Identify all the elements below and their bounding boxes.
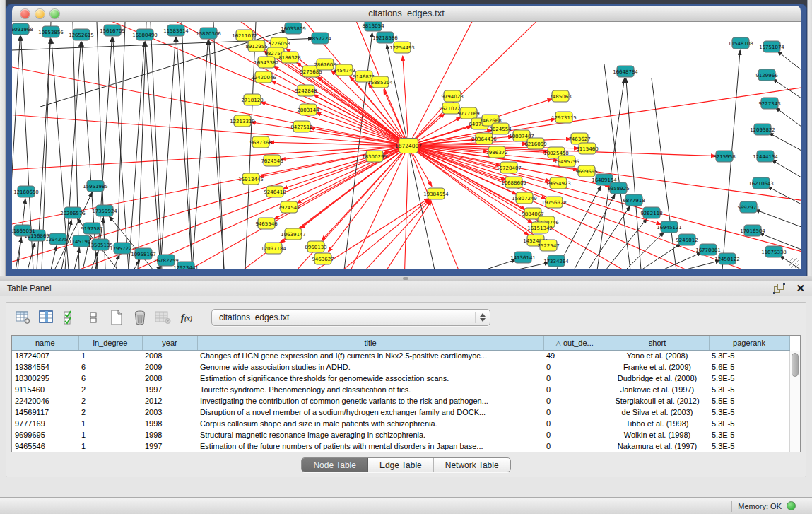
graph-node[interactable]: 7924541 xyxy=(278,201,300,213)
graph-node[interactable]: 8960133 xyxy=(305,241,326,252)
table-row[interactable]: 1938455462009Genome-wide association stu… xyxy=(12,361,789,373)
graph-node[interactable]: 11675338 xyxy=(761,246,787,257)
graph-node[interactable]: 9129966 xyxy=(755,69,778,81)
graph-node[interactable]: 16945121 xyxy=(657,221,682,233)
graph-node[interactable]: 9465546 xyxy=(255,218,278,229)
graph-node[interactable]: 15720407 xyxy=(496,162,522,173)
graph-node[interactable]: 7986372 xyxy=(486,146,507,158)
split-pane-divider[interactable] xyxy=(0,276,812,281)
graph-node[interactable]: 17016504 xyxy=(740,225,765,236)
column-header-short[interactable]: short xyxy=(606,336,709,350)
tab-network-table[interactable]: Network Table xyxy=(434,458,510,472)
column-header-in_degree[interactable]: in_degree xyxy=(78,336,142,350)
delete-column-button[interactable] xyxy=(131,309,148,326)
graph-node[interactable]: 16033809 xyxy=(281,23,306,34)
tab-node-table[interactable]: Node Table xyxy=(302,458,368,472)
graph-node[interactable]: 5692971 xyxy=(737,201,759,213)
graph-node[interactable]: 12093822 xyxy=(750,124,775,135)
graph-node[interactable]: 8454749 xyxy=(333,64,355,76)
network-canvas[interactable]: 1621107289129558226058982750881863281654… xyxy=(12,22,801,269)
split-pane-handle[interactable] xyxy=(403,277,408,280)
table-source-select[interactable]: citations_edges.txt xyxy=(211,309,490,326)
graph-node[interactable]: 8427512 xyxy=(290,121,312,132)
table-row[interactable]: 946362711997Embryonic stem cells: a mode… xyxy=(12,452,789,452)
table-row[interactable]: 1872400712008Changes of HCN gene express… xyxy=(12,350,789,361)
minimize-window-button[interactable] xyxy=(35,9,45,18)
table-row[interactable]: 977716911998Corpus callosum shape and si… xyxy=(12,418,789,429)
column-header-pagerank[interactable]: pagerank xyxy=(709,336,789,350)
window-resize-grip[interactable] xyxy=(789,258,799,268)
graph-node[interactable]: 9197587 xyxy=(81,223,102,234)
column-header-name[interactable]: name xyxy=(12,336,78,350)
graph-node[interactable]: 6877918 xyxy=(623,194,645,206)
graph-node[interactable]: 2718120 xyxy=(241,94,263,105)
zoom-window-button[interactable] xyxy=(50,9,59,18)
vertical-scrollbar[interactable] xyxy=(789,351,800,452)
table-row[interactable]: 946554611997Estimation of the future num… xyxy=(12,440,789,452)
graph-node[interactable]: 9777169 xyxy=(457,107,479,119)
graph-node[interactable]: 9687368 xyxy=(249,136,271,148)
graph-node[interactable]: 9246418 xyxy=(264,186,286,197)
graph-node[interactable]: 10653856 xyxy=(38,26,64,37)
graph-node[interactable]: 16648784 xyxy=(613,66,638,77)
graph-node[interactable]: 11548108 xyxy=(728,37,753,49)
graph-node[interactable]: 7857224 xyxy=(309,33,331,44)
function-builder-button[interactable]: f(x) xyxy=(178,309,195,326)
delete-table-button-disabled[interactable] xyxy=(155,309,172,326)
graph-node[interactable]: 10688609 xyxy=(501,177,526,188)
create-column-button[interactable] xyxy=(108,309,125,326)
graph-node[interactable]: 19218586 xyxy=(372,32,398,43)
graph-node[interactable]: 8215958 xyxy=(713,151,735,162)
graph-node[interactable]: 16091968 xyxy=(12,23,33,35)
graph-node[interactable]: 8186328 xyxy=(278,52,300,63)
graph-node[interactable]: 12444134 xyxy=(753,151,778,162)
graph-node[interactable]: 9242848 xyxy=(295,85,317,96)
graph-node[interactable]: 2803144 xyxy=(297,104,319,115)
graph-node[interactable]: 15820306 xyxy=(196,28,221,39)
graph-node[interactable]: 17359924 xyxy=(92,205,117,216)
network-window-titlebar[interactable]: citations_edges.txt xyxy=(12,6,801,22)
memory-indicator-icon[interactable] xyxy=(787,501,796,510)
graph-node[interactable]: 12652615 xyxy=(69,29,94,40)
graph-node[interactable]: 15751074 xyxy=(759,41,784,52)
close-panel-icon[interactable]: ✕ xyxy=(796,284,805,293)
graph-node[interactable]: 14136141 xyxy=(510,252,536,263)
column-settings-button[interactable] xyxy=(15,309,32,326)
graph-node[interactable]: 7485063 xyxy=(549,90,571,102)
graph-node[interactable]: 2522547 xyxy=(537,240,559,251)
graph-node[interactable]: 9227343 xyxy=(758,98,780,109)
graph-node[interactable]: 9699695 xyxy=(575,165,597,177)
graph-node[interactable]: 16210643 xyxy=(748,177,774,189)
select-columns-button[interactable] xyxy=(38,309,55,326)
table-row[interactable]: 969969511998Structural magnetic resonanc… xyxy=(12,429,789,440)
graph-node[interactable]: 10639147 xyxy=(281,228,306,240)
graph-node[interactable]: 7624546 xyxy=(261,155,283,166)
graph-node[interactable]: 9262118 xyxy=(640,207,662,218)
graph-node[interactable]: 12097184 xyxy=(261,243,286,254)
graph-node[interactable]: 9463627 xyxy=(312,253,334,264)
column-header-year[interactable]: year xyxy=(142,336,197,350)
graph-node[interactable]: 9794028 xyxy=(441,90,463,102)
table-row[interactable]: 1456911722003Disruption of a novel membe… xyxy=(12,407,789,418)
graph-node[interactable]: 15951985 xyxy=(83,180,108,192)
row-options-button[interactable] xyxy=(85,309,102,326)
float-panel-icon[interactable] xyxy=(774,284,784,293)
graph-node[interactable]: 12160650 xyxy=(13,186,39,197)
show-hide-columns-button[interactable] xyxy=(61,309,78,326)
graph-node[interactable]: 12450122 xyxy=(714,253,740,264)
graph-node[interactable]: 19654923 xyxy=(546,177,571,189)
citation-network-graph[interactable]: 1621107289129558226058982750881863281654… xyxy=(12,22,801,269)
table-row[interactable]: 2242004622012Investigating the contribut… xyxy=(12,395,789,407)
graph-node[interactable]: 9358925 xyxy=(607,182,629,194)
graph-node[interactable]: 19384554 xyxy=(423,188,449,199)
graph-node[interactable]: 9115460 xyxy=(576,143,598,154)
column-header-out_de[interactable]: △out_de... xyxy=(543,336,606,350)
graph-node[interactable]: 17334264 xyxy=(543,255,569,267)
close-window-button[interactable] xyxy=(20,9,30,18)
graph-node[interactable]: 8813054 xyxy=(362,22,384,31)
column-header-title[interactable]: title xyxy=(197,336,543,350)
graph-node[interactable]: 15616709 xyxy=(100,25,125,36)
graph-hub-node[interactable]: 18724007 xyxy=(395,139,422,153)
graph-node[interactable]: 9245012 xyxy=(676,234,698,245)
tab-edge-table[interactable]: Edge Table xyxy=(368,458,434,472)
